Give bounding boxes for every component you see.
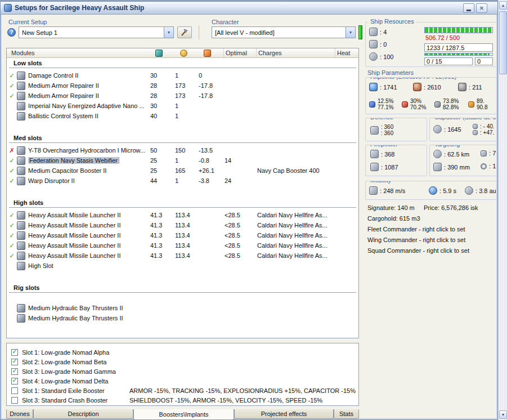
module-row[interactable]: Y-T8 Overcharged Hydrocarbon I Microw...… — [7, 145, 358, 155]
tab-stats[interactable]: Stats — [334, 409, 359, 419]
cpu-value: 41.3 — [149, 242, 174, 249]
vertical-scrollbar[interactable] — [498, 0, 507, 420]
module-row[interactable]: Warp Disruptor II 44 1 -3.8 24 — [7, 176, 358, 186]
window-title: Setups for Sacrilege Heavy Assault Ship — [15, 4, 460, 12]
setup-dropdown-arrow-icon[interactable] — [164, 27, 173, 38]
module-row[interactable]: Heavy Assault Missile Launcher II 41.3 1… — [7, 220, 358, 230]
module-icon — [17, 157, 25, 165]
align-time-icon — [429, 186, 437, 195]
module-icon — [17, 177, 25, 185]
hitpoints-title: Hitpoints (Effective HP: 22,061) — [369, 77, 458, 80]
armor-hp-icon — [413, 83, 421, 91]
implant-checkbox[interactable] — [11, 359, 18, 365]
empty-slot-row[interactable]: High Slot — [7, 261, 358, 271]
character-dropdown-arrow-icon[interactable] — [346, 27, 355, 38]
setup-tools-button[interactable] — [177, 26, 192, 38]
wing-commander-text[interactable]: Wing Commander - right click to set — [367, 236, 465, 243]
tab-projected-effects[interactable]: Projected effects — [234, 409, 334, 419]
cpu-value: 41.3 — [149, 232, 174, 239]
module-icon — [17, 211, 25, 220]
minimize-button[interactable] — [463, 3, 474, 13]
setup-value: New Setup 1 — [19, 29, 164, 36]
thermal-shield-resist: 30% — [410, 98, 426, 104]
module-name: Heavy Assault Missile Launcher II — [28, 222, 149, 229]
module-row[interactable]: Medium Capacitor Booster II 25 165 +26.1… — [7, 166, 358, 176]
scroll-down-button[interactable] — [499, 410, 507, 419]
cap-delta-top: - 40. — [480, 123, 495, 129]
dps-value: 368 — [381, 151, 394, 158]
hitpoints-group: Hitpoints (Effective HP: 22,061) 1741 26… — [365, 77, 497, 114]
module-icon — [17, 231, 25, 240]
module-name: Medium Armor Repairer II — [28, 92, 149, 99]
charges-value: Navy Cap Booster 400 — [256, 167, 335, 174]
fitted-ok-icon — [7, 242, 17, 249]
module-name: Medium Hydraulic Bay Thrusters II — [28, 315, 149, 321]
signature-text: Signature: 140 m — [367, 204, 415, 211]
module-row[interactable]: Heavy Assault Missile Launcher II 41.3 1… — [7, 240, 358, 251]
pg-value: 173 — [174, 82, 198, 89]
titlebar[interactable]: Setups for Sacrilege Heavy Assault Ship — [1, 2, 497, 15]
scan-resolution-icon — [433, 163, 442, 171]
cpu-bar — [424, 27, 493, 33]
module-row[interactable]: Heavy Assault Missile Launcher II 41.3 1… — [7, 251, 358, 261]
implant-checkbox[interactable] — [11, 378, 18, 385]
module-row[interactable]: Heavy Assault Missile Launcher II 41.3 1… — [7, 210, 358, 220]
help-icon[interactable] — [7, 28, 16, 37]
booster-checkbox[interactable] — [11, 397, 18, 404]
module-row[interactable]: Damage Control II 30 1 0 — [7, 70, 358, 81]
tab-drones[interactable]: Drones — [6, 409, 33, 419]
module-icon — [17, 221, 25, 230]
character-select[interactable]: [All level V - modified] — [212, 26, 356, 38]
module-row[interactable]: Imperial Navy Energized Adaptive Nano ..… — [7, 101, 358, 111]
module-icon — [17, 146, 25, 155]
module-row[interactable]: Medium Armor Repairer II 28 173 -17.8 — [7, 91, 358, 101]
implant-label: Slot 4: Low-grade Nomad Delta — [22, 378, 129, 385]
fleet-commander-text[interactable]: Fleet Commander - right click to set — [367, 226, 465, 233]
module-row[interactable]: Medium Hydraulic Bay Thrusters II — [7, 303, 358, 313]
implant-row[interactable]: Slot 1: Low-grade Nomad Alpha — [7, 347, 358, 357]
scrollbar-thumb[interactable] — [499, 11, 507, 74]
setup-select[interactable]: New Setup 1 — [19, 26, 174, 38]
rig-icon — [17, 304, 25, 312]
cpu-value: 30 — [149, 72, 174, 79]
implant-row[interactable]: Slot 3: Low-grade Nomad Gamma — [7, 367, 358, 376]
module-row[interactable]: Heavy Assault Missile Launcher II 41.3 1… — [7, 230, 358, 240]
defence-bottom-value: 360 — [381, 130, 393, 136]
eft-setup-window: Setups for Sacrilege Heavy Assault Ship … — [0, 1, 498, 420]
booster-checkbox[interactable] — [11, 387, 18, 394]
scroll-up-button[interactable] — [499, 1, 507, 10]
implant-label: Slot 1: Low-grade Nomad Alpha — [22, 349, 129, 356]
targeting-range-value: 62.5 km — [444, 151, 469, 158]
low-slots-header: Low slots — [9, 60, 356, 68]
powergrid-usage-text: 1233 / 1287.5 — [427, 44, 464, 51]
booster-row[interactable]: Slot 3: Standard Crash Booster SHIELDBOO… — [7, 395, 358, 405]
em-shield-resist: 12.5% — [378, 98, 393, 104]
capacitor-amount-value: 1645 — [444, 126, 461, 133]
implant-row[interactable]: Slot 4: Low-grade Nomad Delta — [7, 376, 358, 386]
squad-commander-text[interactable]: Squad Commander - right click to set — [367, 247, 469, 254]
implant-row[interactable]: Slot 2: Low-grade Nomad Beta — [7, 357, 358, 367]
pg-value: 173 — [174, 92, 198, 99]
close-button[interactable] — [476, 3, 487, 13]
tab-description[interactable]: Description — [33, 409, 133, 419]
character-status-indicator — [358, 25, 362, 39]
module-row[interactable]: Ballistic Control System II 40 1 — [7, 111, 358, 121]
cpu-value: 28 — [149, 92, 174, 99]
module-row[interactable]: Medium Armor Repairer II 28 173 -17.8 — [7, 81, 358, 91]
tab-boosters-implants[interactable]: Boosters\Implants — [133, 409, 234, 420]
fitted-ok-icon — [7, 157, 17, 164]
defence-title: Defence — [369, 118, 395, 120]
launcher-hardpoints-icon — [369, 40, 378, 48]
armor-hp-value: 2610 — [424, 84, 441, 91]
implant-checkbox[interactable] — [11, 368, 18, 375]
implant-checkbox[interactable] — [11, 349, 18, 356]
cap-value: -17.8 — [198, 92, 223, 99]
booster-row[interactable]: Slot 1: Standard Exile Booster ARMOR -15… — [7, 386, 358, 395]
module-row-selected[interactable]: Federation Navy Stasis Webifier 25 1 -0.… — [7, 155, 358, 166]
drone-bandwidth-text: 0 — [477, 58, 481, 65]
pg-value: 1 — [174, 113, 198, 119]
targeting-range-icon — [433, 150, 442, 158]
fitted-ok-icon — [7, 252, 17, 260]
module-name: Federation Navy Stasis Webifier — [28, 157, 119, 164]
module-row[interactable]: Medium Hydraulic Bay Thrusters II — [7, 313, 358, 323]
